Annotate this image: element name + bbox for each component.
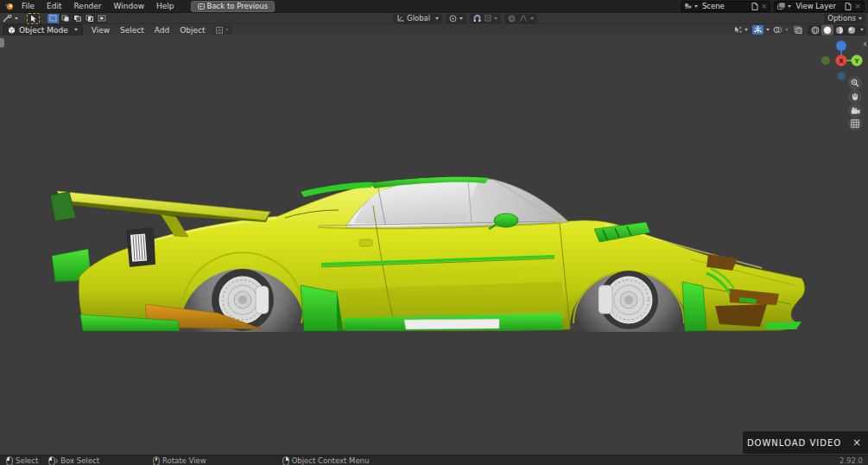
options-label: Options [827, 14, 856, 22]
back-button-label: Back to Previous [207, 2, 269, 10]
mouse-middle-click-icon [153, 456, 160, 465]
options-dropdown[interactable]: Options [824, 14, 865, 23]
tool-settings-bar: Global Opti [0, 13, 868, 24]
show-overlays-toggle[interactable] [773, 25, 789, 35]
pivot-point-dropdown[interactable] [446, 14, 466, 23]
sidebar-collapse-arrow[interactable] [863, 41, 866, 47]
select-mode-extend-button[interactable] [60, 14, 71, 23]
shading-solid-button[interactable] [821, 25, 833, 35]
menu-view[interactable]: View [86, 25, 115, 35]
menu-file[interactable]: File [16, 0, 41, 12]
hint-label: Object Context Menu [292, 456, 370, 465]
mouse-left-click-icon [6, 456, 13, 465]
axis-x-label: X [839, 58, 844, 65]
pan-button[interactable] [848, 90, 862, 104]
hint-select: Select [6, 456, 38, 465]
3d-viewport[interactable]: X Y DOWNLOAD VIDEO × [0, 35, 868, 455]
chevron-down-icon [860, 29, 864, 31]
snap-magnet-icon[interactable] [473, 15, 481, 22]
menu-add[interactable]: Add [149, 25, 174, 35]
active-tool-select-box-button[interactable] [27, 13, 40, 24]
proportional-editing-icon[interactable] [508, 15, 516, 22]
download-video-label[interactable]: DOWNLOAD VIDEO [743, 438, 846, 448]
menu-select[interactable]: Select [115, 25, 149, 35]
snapping-group [470, 14, 501, 23]
menu-render[interactable]: Render [68, 0, 108, 12]
chevron-down-icon [435, 17, 439, 20]
car-model[interactable] [0, 35, 868, 455]
chevron-down-icon [225, 29, 229, 31]
tool-fallback-dropdown[interactable] [212, 25, 232, 35]
chevron-down-icon [459, 17, 463, 20]
scene-selector[interactable]: Scene × [681, 1, 771, 12]
menu-help[interactable]: Help [150, 0, 181, 12]
zoom-button[interactable] [848, 76, 862, 90]
viewport-shading-group [808, 25, 865, 35]
menu-edit[interactable]: Edit [41, 0, 67, 12]
menu-object[interactable]: Object [174, 25, 210, 35]
proportional-editing-group [504, 14, 537, 23]
unlink-scene-icon[interactable]: × [761, 2, 768, 10]
select-mode-intersect-button[interactable] [96, 14, 107, 23]
camera-view-button[interactable] [848, 104, 862, 118]
chevron-down-icon [766, 29, 770, 31]
axis-neg-z-ball[interactable] [837, 72, 846, 80]
chevron-down-icon [785, 29, 789, 31]
axis-z-ball[interactable] [836, 41, 846, 51]
version-label: 2.92.0 [839, 456, 863, 465]
back-to-previous-button[interactable]: Back to Previous [191, 1, 276, 12]
pivot-point-icon [449, 15, 457, 22]
object-mode-dropdown[interactable]: Object Mode [3, 24, 83, 36]
select-mode-subtract-button[interactable] [72, 14, 83, 23]
select-mode-group [48, 14, 107, 23]
shading-material-button[interactable] [833, 25, 846, 35]
snap-target-icon[interactable] [485, 15, 491, 22]
hint-rotate-view: Rotate View [153, 456, 206, 465]
object-mode-cube-icon [8, 26, 16, 34]
new-scene-icon[interactable] [751, 3, 758, 10]
chevron-down-icon [15, 17, 18, 20]
falloff-curve-icon[interactable] [519, 15, 528, 22]
viewport-header: Object Mode View Select Add Object [0, 24, 868, 35]
download-video-bar[interactable]: DOWNLOAD VIDEO × [743, 431, 868, 454]
select-mode-set-button[interactable] [48, 14, 59, 23]
chevron-down-icon [858, 17, 862, 20]
blender-logo-icon[interactable] [4, 3, 14, 10]
shading-wireframe-button[interactable] [809, 25, 821, 35]
view-layer-selector[interactable]: View Layer × [774, 1, 865, 12]
new-view-layer-icon[interactable] [845, 3, 852, 10]
axis-y-label: Y [853, 58, 859, 65]
remove-view-layer-icon[interactable]: × [854, 2, 861, 10]
transform-orientation-dropdown[interactable]: Global [393, 14, 442, 23]
hint-object-context-menu: Object Context Menu [282, 456, 370, 465]
mode-value: Object Mode [19, 26, 68, 35]
hint-label: Rotate View [162, 456, 206, 465]
chevron-down-icon [74, 29, 78, 31]
toggle-orthographic-button[interactable] [848, 117, 862, 131]
grid-small-icon [216, 27, 223, 34]
object-type-visibility-dropdown[interactable] [734, 25, 748, 35]
view-layer-name: View Layer [795, 2, 840, 10]
chevron-down-icon [494, 17, 497, 20]
hint-box-select: Box Select [48, 456, 99, 465]
show-gizmo-toggle[interactable] [752, 25, 770, 35]
select-mode-invert-button[interactable] [84, 14, 95, 23]
blender-window: File Edit Render Window Help Back to Pre… [0, 0, 868, 465]
toggle-xray-button[interactable] [792, 25, 803, 35]
status-bar: Select Box Select Rotate View Object Con… [0, 455, 868, 465]
menu-window[interactable]: Window [108, 0, 151, 12]
shading-rendered-button[interactable] [846, 25, 858, 35]
close-icon[interactable]: × [846, 436, 868, 449]
scene-icon [684, 3, 692, 10]
view-layer-icon [777, 3, 785, 10]
gizmo-icon [752, 25, 763, 35]
editor-type-button[interactable] [3, 14, 18, 23]
scene-name: Scene [702, 2, 747, 10]
axis-neg-y-ball[interactable] [821, 56, 830, 65]
mouse-drag-icon [48, 456, 58, 465]
back-arrow-icon [198, 3, 205, 10]
chevron-down-icon [744, 29, 748, 31]
hint-label: Select [16, 456, 38, 465]
toolbar-expand-handle[interactable] [0, 38, 4, 48]
orientation-value: Global [407, 14, 430, 22]
